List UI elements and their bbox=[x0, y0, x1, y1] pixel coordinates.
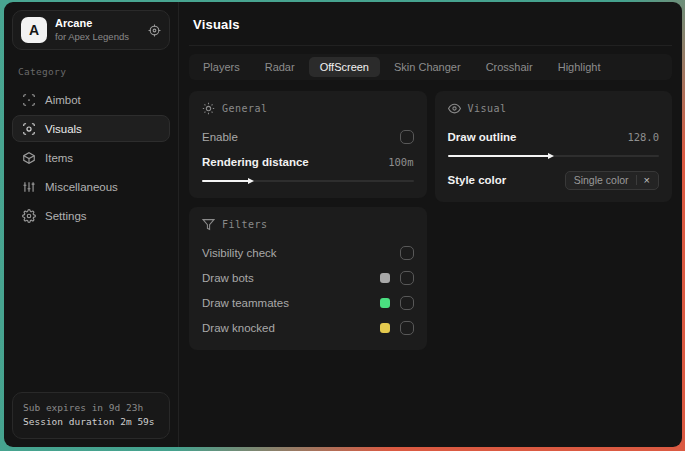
enable-checkbox[interactable] bbox=[400, 130, 414, 144]
general-panel: General Enable Rendering distance 100m bbox=[189, 91, 427, 198]
subscription-info: Sub expires in 9d 23h Session duration 2… bbox=[12, 392, 170, 439]
main-header: Visuals bbox=[189, 2, 672, 46]
clear-icon[interactable]: × bbox=[644, 175, 650, 186]
funnel-icon bbox=[202, 218, 215, 231]
sidebar-item-label: Miscellaneous bbox=[45, 181, 118, 193]
filters-panel: Filters Visibility check Draw bots bbox=[189, 207, 427, 350]
draw-bots-checkbox[interactable] bbox=[400, 271, 414, 285]
draw-teammates-label: Draw teammates bbox=[202, 297, 289, 309]
draw-bots-color-swatch[interactable] bbox=[380, 273, 390, 283]
tab-skin-changer[interactable]: Skin Changer bbox=[383, 57, 472, 77]
logo-card: A Arcane for Apex Legends bbox=[12, 10, 170, 50]
session-duration-text: Session duration 2m 59s bbox=[23, 415, 159, 430]
draw-teammates-checkbox[interactable] bbox=[400, 296, 414, 310]
app-title-block: Arcane for Apex Legends bbox=[55, 17, 140, 43]
sidebar-item-label: Settings bbox=[45, 210, 87, 222]
rendering-distance-value: 100m bbox=[388, 156, 413, 168]
visibility-check-checkbox[interactable] bbox=[400, 246, 414, 260]
scan-eye-icon bbox=[22, 122, 36, 136]
panel-title: Filters bbox=[222, 219, 268, 230]
target-icon[interactable] bbox=[148, 24, 161, 37]
style-color-select[interactable]: Single color × bbox=[565, 171, 659, 190]
main-content: Visuals Players Radar OffScreen Skin Cha… bbox=[179, 2, 682, 447]
package-icon bbox=[22, 151, 36, 165]
gear-icon bbox=[22, 209, 36, 223]
app-name: Arcane bbox=[55, 17, 140, 31]
visibility-check-label: Visibility check bbox=[202, 247, 277, 259]
panel-title: General bbox=[222, 103, 268, 114]
sidebar-item-label: Visuals bbox=[45, 123, 82, 135]
sidebar-item-label: Aimbot bbox=[45, 94, 81, 106]
draw-knocked-color-swatch[interactable] bbox=[380, 323, 390, 333]
draw-outline-value: 128.0 bbox=[627, 131, 659, 143]
enable-label: Enable bbox=[202, 131, 238, 143]
draw-teammates-color-swatch[interactable] bbox=[380, 298, 390, 308]
sidebar-item-aimbot[interactable]: Aimbot bbox=[12, 86, 170, 113]
draw-outline-label: Draw outline bbox=[448, 131, 517, 143]
page-title: Visuals bbox=[193, 17, 668, 32]
draw-outline-slider[interactable] bbox=[448, 150, 660, 162]
visual-panel: Visual Draw outline 128.0 Style color Si… bbox=[435, 91, 673, 202]
tab-bar: Players Radar OffScreen Skin Changer Cro… bbox=[189, 54, 672, 80]
sliders-icon bbox=[22, 180, 36, 194]
style-color-selected-value: Single color bbox=[574, 174, 629, 186]
category-label: Category bbox=[18, 66, 164, 77]
rendering-distance-label: Rendering distance bbox=[202, 156, 309, 168]
sidebar-item-miscellaneous[interactable]: Miscellaneous bbox=[12, 173, 170, 200]
eye-icon bbox=[448, 102, 461, 115]
draw-knocked-label: Draw knocked bbox=[202, 322, 275, 334]
app-subtitle: for Apex Legends bbox=[55, 31, 140, 43]
tab-highlight[interactable]: Highlight bbox=[547, 57, 612, 77]
sidebar-item-settings[interactable]: Settings bbox=[12, 202, 170, 229]
crosshair-icon bbox=[22, 93, 36, 107]
sub-expires-text: Sub expires in 9d 23h bbox=[23, 401, 159, 416]
tab-crosshair[interactable]: Crosshair bbox=[475, 57, 544, 77]
draw-bots-label: Draw bots bbox=[202, 272, 254, 284]
sidebar-item-visuals[interactable]: Visuals bbox=[12, 115, 170, 142]
tab-radar[interactable]: Radar bbox=[254, 57, 306, 77]
sun-icon bbox=[202, 102, 215, 115]
draw-knocked-checkbox[interactable] bbox=[400, 321, 414, 335]
app-window: A Arcane for Apex Legends Category bbox=[4, 2, 682, 447]
style-color-label: Style color bbox=[448, 174, 507, 186]
app-logo: A bbox=[21, 17, 47, 43]
tab-players[interactable]: Players bbox=[192, 57, 251, 77]
sidebar: A Arcane for Apex Legends Category bbox=[4, 2, 179, 447]
rendering-distance-slider[interactable] bbox=[202, 175, 414, 187]
tab-offscreen[interactable]: OffScreen bbox=[309, 57, 380, 77]
sidebar-item-label: Items bbox=[45, 152, 73, 164]
panel-title: Visual bbox=[468, 103, 507, 114]
sidebar-item-items[interactable]: Items bbox=[12, 144, 170, 171]
